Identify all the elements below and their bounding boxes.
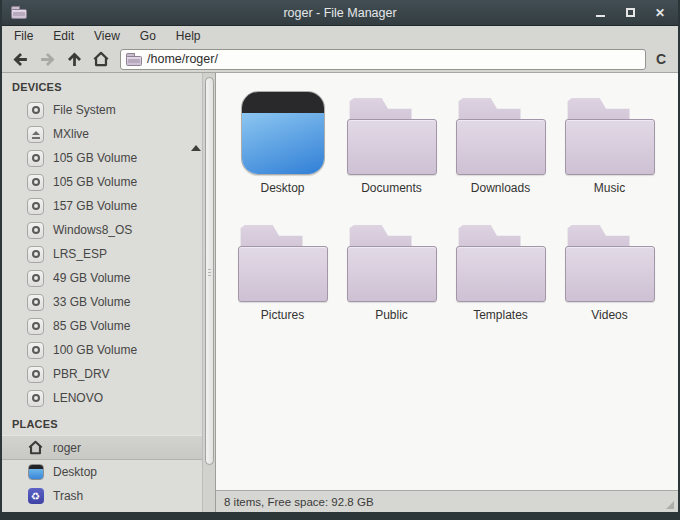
device-label: 157 GB Volume — [53, 199, 137, 213]
device-label: MXlive — [53, 127, 89, 141]
drive-icon — [27, 222, 44, 239]
sidebar-device-item[interactable]: 100 GB Volume — [2, 338, 215, 362]
place-label: roger — [53, 441, 81, 455]
device-label: PBR_DRV — [53, 367, 109, 381]
drive-icon — [27, 270, 44, 287]
sidebar-device-item[interactable]: 105 GB Volume — [2, 146, 215, 170]
device-label: 105 GB Volume — [53, 175, 137, 189]
forward-button[interactable] — [36, 48, 58, 70]
menu-item[interactable]: View — [84, 27, 130, 45]
device-label: LRS_ESP — [53, 247, 107, 261]
device-label: 49 GB Volume — [53, 271, 130, 285]
drive-icon — [27, 318, 44, 335]
menu-item[interactable]: Help — [166, 27, 211, 45]
resize-grip-icon[interactable] — [666, 501, 674, 509]
scrollbar-thumb[interactable] — [205, 77, 214, 465]
drive-icon — [27, 390, 44, 407]
folder-icon — [456, 98, 546, 175]
window-controls: ✕ — [592, 0, 668, 25]
file-name: Downloads — [471, 181, 530, 195]
sidebar-device-item[interactable]: File System — [2, 98, 215, 122]
file-name: Documents — [361, 181, 422, 195]
device-label: 85 GB Volume — [53, 319, 130, 333]
sidebar-partial-row — [2, 508, 215, 512]
file-name: Desktop — [260, 181, 304, 195]
file-item[interactable]: Videos — [555, 214, 664, 341]
device-label: 33 GB Volume — [53, 295, 130, 309]
folder-icon — [347, 98, 437, 175]
file-item[interactable]: Public — [337, 214, 446, 341]
menubar: File Edit View Go Help — [2, 26, 678, 46]
toolbar: /home/roger/ C — [2, 46, 678, 73]
sidebar: DEVICES File System — [2, 73, 216, 512]
minimize-icon — [596, 15, 605, 17]
sidebar-device-item[interactable]: 157 GB Volume — [2, 194, 215, 218]
path-text[interactable]: /home/roger/ — [147, 52, 218, 66]
sidebar-device-item[interactable]: 33 GB Volume — [2, 290, 215, 314]
back-button[interactable] — [9, 48, 31, 70]
window-bottom-border — [2, 512, 678, 520]
close-button[interactable]: ✕ — [652, 5, 668, 21]
menu-item[interactable]: File — [4, 27, 43, 45]
sidebar-device-item[interactable]: 85 GB Volume — [2, 314, 215, 338]
file-item[interactable]: Music — [555, 87, 664, 214]
sidebar-device-item[interactable]: 105 GB Volume — [2, 170, 215, 194]
up-icon — [66, 51, 83, 68]
file-name: Music — [594, 181, 625, 195]
menu-item[interactable]: Edit — [43, 27, 84, 45]
sidebar-device-item[interactable]: LRS_ESP — [2, 242, 215, 266]
statusbar: 8 items, Free space: 92.8 GB — [216, 490, 678, 512]
up-button[interactable] — [63, 48, 85, 70]
scrollbar-grip — [208, 267, 211, 278]
home-button[interactable] — [90, 48, 112, 70]
menu-item[interactable]: Go — [130, 27, 166, 45]
sidebar-place-trash[interactable]: ♻ Trash — [2, 484, 215, 508]
device-label: 100 GB Volume — [53, 343, 137, 357]
sidebar-device-item[interactable]: Windows8_OS — [2, 218, 215, 242]
device-label: LENOVO — [53, 391, 103, 405]
sidebar-scrollbar[interactable] — [202, 73, 215, 512]
sidebar-device-item[interactable]: MXlive — [2, 122, 215, 146]
titlebar[interactable]: roger - File Manager ✕ — [2, 0, 678, 26]
window-body: DEVICES File System — [2, 73, 678, 512]
folder-icon — [565, 225, 655, 302]
place-label: Desktop — [53, 465, 97, 479]
sidebar-device-item[interactable]: PBR_DRV — [2, 362, 215, 386]
eject-icon[interactable] — [191, 128, 201, 146]
file-name: Public — [375, 308, 408, 322]
home-icon — [92, 50, 110, 68]
file-item[interactable]: Templates — [446, 214, 555, 341]
window-folder-icon — [11, 6, 27, 19]
file-name: Templates — [473, 308, 528, 322]
close-icon: ✕ — [655, 7, 665, 19]
places-list: roger Desktop ♻ Trash — [2, 435, 215, 512]
back-icon — [12, 51, 29, 68]
folder-icon — [565, 98, 655, 175]
drive-icon — [27, 174, 44, 191]
sidebar-place-desktop[interactable]: Desktop — [2, 460, 215, 484]
path-folder-icon — [126, 53, 142, 66]
sidebar-device-item[interactable]: 49 GB Volume — [2, 266, 215, 290]
reload-button[interactable]: C — [651, 48, 671, 70]
maximize-icon — [626, 8, 635, 17]
desktop-icon — [241, 91, 325, 175]
minimize-button[interactable] — [592, 5, 608, 21]
file-item[interactable]: Downloads — [446, 87, 555, 214]
drive-icon — [27, 126, 44, 143]
drive-icon — [27, 294, 44, 311]
file-item[interactable]: Desktop — [228, 87, 337, 214]
sidebar-device-item[interactable]: LENOVO — [2, 386, 215, 410]
place-label: Trash — [53, 489, 83, 503]
forward-icon — [39, 51, 56, 68]
maximize-button[interactable] — [622, 5, 638, 21]
sidebar-place-roger[interactable]: roger — [2, 435, 215, 460]
file-item[interactable]: Pictures — [228, 214, 337, 341]
file-item[interactable]: Documents — [337, 87, 446, 214]
file-name: Pictures — [261, 308, 304, 322]
folder-icon — [238, 225, 328, 302]
file-grid[interactable]: Desktop Documents — [216, 73, 678, 490]
window-title: roger - File Manager — [2, 6, 678, 20]
places-header: PLACES — [2, 410, 215, 435]
drive-icon — [27, 342, 44, 359]
path-bar[interactable]: /home/roger/ — [120, 49, 646, 70]
